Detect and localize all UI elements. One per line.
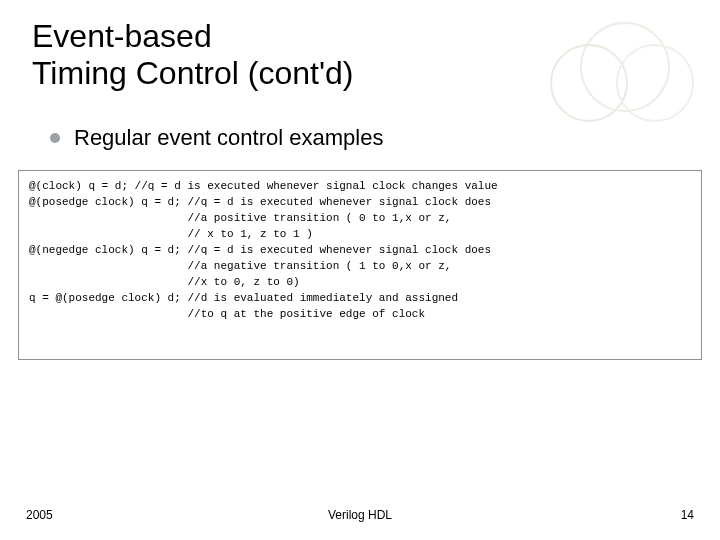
circle-icon [616, 44, 694, 122]
decorative-circles [546, 22, 696, 132]
footer-page-number: 14 [681, 508, 694, 522]
code-line: @(clock) q = d; //q = d is executed when… [29, 180, 498, 192]
bullet-icon [50, 133, 60, 143]
code-line: @(posedge clock) q = d; //q = d is execu… [29, 196, 491, 208]
title-line-1: Event-based [32, 18, 212, 54]
bullet-item: Regular event control examples [50, 125, 383, 151]
code-line: // x to 1, z to 1 ) [29, 228, 313, 240]
title-line-2: Timing Control (cont'd) [32, 55, 353, 91]
code-line: q = @(posedge clock) d; //d is evaluated… [29, 292, 458, 304]
footer-title: Verilog HDL [0, 508, 720, 522]
code-line: //a positive transition ( 0 to 1,x or z, [29, 212, 451, 224]
code-block: @(clock) q = d; //q = d is executed when… [18, 170, 702, 360]
slide: Event-based Timing Control (cont'd) Regu… [0, 0, 720, 540]
code-line: //a negative transition ( 1 to 0,x or z, [29, 260, 451, 272]
code-line: //x to 0, z to 0) [29, 276, 300, 288]
code-content: @(clock) q = d; //q = d is executed when… [29, 179, 691, 322]
code-line: //to q at the positive edge of clock [29, 308, 425, 320]
page-title: Event-based Timing Control (cont'd) [32, 18, 353, 92]
code-line: @(negedge clock) q = d; //q = d is execu… [29, 244, 491, 256]
bullet-text: Regular event control examples [74, 125, 383, 151]
